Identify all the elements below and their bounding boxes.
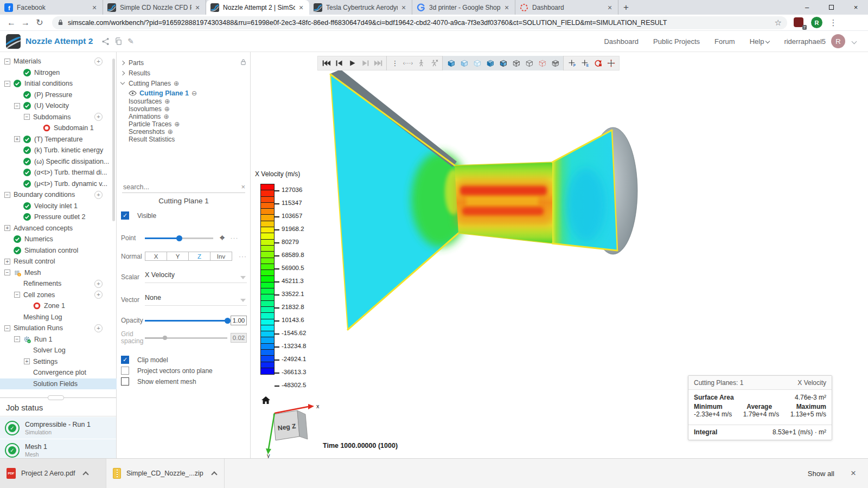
add-item-icon[interactable]: + xyxy=(94,113,103,121)
search-clear-icon[interactable]: × xyxy=(241,183,245,191)
simscale-logo[interactable] xyxy=(6,34,21,49)
add-circle-icon[interactable]: ⊕ xyxy=(168,128,173,136)
sidebar-scrollbar[interactable] xyxy=(112,59,115,221)
nav-item-dashboard[interactable]: Dashboard xyxy=(604,37,639,46)
point-more-icon[interactable]: ··· xyxy=(231,234,239,242)
sim-tree-item[interactable]: Numerics xyxy=(0,234,117,245)
browser-tab[interactable]: fFacebook× xyxy=(0,0,103,15)
remove-circle-icon[interactable]: ⊖ xyxy=(192,89,197,97)
job-panel-handle[interactable] xyxy=(48,395,64,400)
tab-close-icon[interactable]: × xyxy=(606,4,614,11)
nav-item-forum[interactable]: Forum xyxy=(714,37,735,46)
user-avatar[interactable]: R xyxy=(831,34,845,48)
sim-tree-item[interactable]: −Initial conditions xyxy=(0,78,117,89)
tree-toggle-expand-icon[interactable]: + xyxy=(4,225,10,231)
add-item-icon[interactable]: + xyxy=(94,280,103,288)
chevron-right-icon[interactable] xyxy=(120,70,125,75)
checkbox-clip-model[interactable]: ✓ xyxy=(121,356,129,364)
tree-toggle-collapse-icon[interactable]: − xyxy=(4,325,10,331)
checkbox-show-element-mesh[interactable] xyxy=(121,377,129,386)
sim-tree-item[interactable]: Simulation control xyxy=(0,245,117,256)
post-tree-item[interactable]: Screenshots⊕ xyxy=(117,128,251,136)
normal-inv-button[interactable]: Inv xyxy=(210,252,232,261)
tab-close-icon[interactable]: × xyxy=(297,4,305,11)
sim-tree-item[interactable]: +(T) Temperature xyxy=(0,134,117,145)
toolbar-step-forward-button[interactable] xyxy=(359,57,372,69)
add-circle-icon[interactable]: ⊕ xyxy=(164,105,170,113)
project-title[interactable]: Nozzle Attempt 2 xyxy=(25,36,93,46)
tree-toggle-collapse-icon[interactable]: − xyxy=(4,81,10,87)
visibility-eye-icon[interactable] xyxy=(129,91,137,96)
orientation-widget[interactable]: Neg Z x y xyxy=(254,393,324,458)
sim-tree-item[interactable]: −Cell zones+ xyxy=(0,290,117,301)
tab-close-icon[interactable]: × xyxy=(91,4,98,11)
add-item-icon[interactable]: + xyxy=(94,191,103,199)
sim-tree-item[interactable]: −Materials+ xyxy=(0,56,117,67)
forward-icon[interactable]: → xyxy=(18,18,33,28)
search-input[interactable] xyxy=(122,183,241,191)
tree-toggle-collapse-icon[interactable]: − xyxy=(4,59,10,65)
tree-toggle-collapse-icon[interactable]: − xyxy=(14,292,20,298)
tree-toggle-expand-icon[interactable]: + xyxy=(14,136,20,142)
normal-more-icon[interactable]: ··· xyxy=(239,253,247,260)
sim-tree-item[interactable]: −Boundary conditions+ xyxy=(0,189,117,201)
sim-tree-item[interactable]: +Advanced concepts xyxy=(0,223,117,234)
sim-tree-item[interactable]: Solver Log xyxy=(0,345,117,356)
toolbar-play-button[interactable] xyxy=(346,57,359,69)
account-caret-icon[interactable] xyxy=(852,39,857,44)
toolbar-wireframe-red-button[interactable] xyxy=(535,57,548,69)
sim-tree-item[interactable]: Pressure outlet 2 xyxy=(0,211,117,223)
sim-tree-item[interactable]: −(U) Velocity xyxy=(0,100,117,112)
sim-tree-item[interactable]: (ω) Specific dissipation... xyxy=(0,156,117,168)
point-slider[interactable] xyxy=(145,235,213,241)
download-item[interactable]: Simple_CD_Nozzle_...zip xyxy=(106,459,225,488)
toolbar-pick-point-button[interactable]: P xyxy=(565,57,578,69)
tree-toggle-collapse-icon[interactable]: − xyxy=(4,269,10,275)
show-all-button[interactable]: Show all xyxy=(808,470,834,478)
download-menu-chevron-icon[interactable] xyxy=(211,471,217,477)
download-item[interactable]: PDFProject 2 Aero.pdf xyxy=(0,459,106,488)
sim-tree-item[interactable]: (α<t>) Turb. thermal di... xyxy=(0,167,117,178)
toolbar-step-back-button[interactable] xyxy=(333,57,346,69)
sim-tree-item[interactable]: Subdomain 1 xyxy=(0,123,117,134)
opacity-slider[interactable] xyxy=(145,317,227,324)
copy-icon[interactable] xyxy=(114,37,123,46)
downloads-close-icon[interactable]: × xyxy=(851,468,856,479)
reload-icon[interactable]: ↻ xyxy=(33,17,47,28)
chevron-right-icon[interactable] xyxy=(120,60,125,65)
edit-pencil-icon[interactable]: ✎ xyxy=(127,37,134,46)
sim-tree-item[interactable]: Meshing Log xyxy=(0,312,117,323)
toolbar-more-vertical-button[interactable]: ⋮ xyxy=(388,57,401,69)
sim-tree-item[interactable]: Velocity inlet 1 xyxy=(0,201,117,212)
tab-close-icon[interactable]: × xyxy=(194,4,201,11)
browser-tab[interactable]: Simple CD Nozzle CFD Problems× xyxy=(103,0,206,15)
post-tree-item[interactable]: Results xyxy=(117,68,251,78)
toolbar-run-mode-disabled-button[interactable] xyxy=(427,57,441,69)
toolbar-skip-to-start-button[interactable] xyxy=(320,57,333,69)
toolbar-translucent-button[interactable] xyxy=(470,57,483,69)
normal-z-button[interactable]: Z xyxy=(189,252,210,261)
toolbar-solid-plain-button[interactable] xyxy=(496,57,509,69)
toolbar-wireframe-dense-button[interactable] xyxy=(509,57,522,69)
tree-toggle-collapse-icon[interactable]: − xyxy=(4,192,10,198)
browser-tab[interactable]: Dashboard× xyxy=(515,0,618,15)
sim-tree-item[interactable]: Solution Fields xyxy=(0,378,117,390)
post-tree-item[interactable]: Isovolumes⊕ xyxy=(117,105,251,113)
toolbar-pan-axes-button[interactable] xyxy=(604,57,617,69)
tree-toggle-collapse-icon[interactable]: − xyxy=(24,114,30,120)
tree-toggle-collapse-icon[interactable]: − xyxy=(14,336,20,342)
chevron-down-icon[interactable] xyxy=(120,80,125,85)
sim-tree-item[interactable]: (P) Pressure xyxy=(0,89,117,101)
post-tree-item[interactable]: Animations⊕ xyxy=(117,113,251,120)
browser-tab[interactable]: Tesla Cybertruck Aerodynamics |× xyxy=(309,0,412,15)
tab-close-icon[interactable]: × xyxy=(400,4,407,11)
add-circle-icon[interactable]: ⊕ xyxy=(164,98,170,105)
toolbar-pick-element-button[interactable]: E xyxy=(578,57,591,69)
sim-tree-item[interactable]: Convergence plot xyxy=(0,367,117,378)
download-menu-chevron-icon[interactable] xyxy=(83,471,89,477)
browser-tab[interactable]: Nozzle Attempt 2 | SimScale Wor× xyxy=(206,0,309,15)
browser-profile-avatar[interactable]: R xyxy=(811,17,822,28)
toolbar-rotate-lock-button[interactable] xyxy=(591,57,604,69)
normal-y-button[interactable]: Y xyxy=(167,252,189,261)
address-bar[interactable]: simscale.com/workbench/?pid=916592888197… xyxy=(52,16,787,29)
